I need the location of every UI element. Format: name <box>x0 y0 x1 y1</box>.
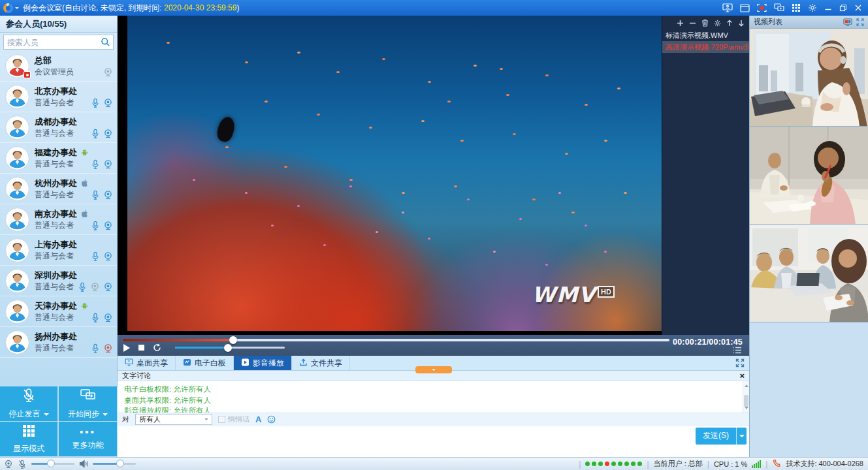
search-input[interactable] <box>4 35 101 49</box>
mic-icon[interactable] <box>91 129 100 138</box>
settings-gear-icon[interactable] <box>808 3 817 12</box>
start-sync-button[interactable]: 开始同步 <box>59 386 117 421</box>
screen-share-icon[interactable] <box>722 3 733 12</box>
webcam-icon[interactable] <box>103 313 113 322</box>
video-thumbnail-1[interactable] <box>750 29 868 127</box>
video-thumbnail-3[interactable] <box>750 225 868 322</box>
mic-muted-status-icon[interactable] <box>18 460 27 469</box>
menu-chevron-icon[interactable] <box>15 7 19 11</box>
webcam-icon[interactable] <box>103 251 113 261</box>
app-logo-icon[interactable] <box>3 3 13 13</box>
play-button[interactable] <box>123 344 130 352</box>
volume-slider[interactable] <box>175 347 285 349</box>
chat-scrollbar[interactable] <box>743 381 749 413</box>
record-icon[interactable] <box>757 3 767 12</box>
webcam-red-icon[interactable] <box>103 343 113 353</box>
video-thumbnail-2[interactable] <box>750 127 868 225</box>
dropdown-caret-icon[interactable] <box>44 413 49 418</box>
tab-file-share[interactable]: 文件共享 <box>292 356 350 370</box>
move-down-icon[interactable] <box>738 20 745 27</box>
whisper-checkbox[interactable] <box>218 416 225 423</box>
maximize-button[interactable] <box>839 4 847 12</box>
network-sync-icon[interactable] <box>774 3 784 12</box>
webcam-icon[interactable] <box>103 221 113 230</box>
video-frame[interactable]: WMV HD <box>127 16 662 331</box>
stop-button[interactable] <box>138 345 144 351</box>
participant-row[interactable]: 北京办事处普通与会者 <box>0 82 117 112</box>
expand-fullscreen-icon[interactable] <box>735 358 745 368</box>
more-features-button[interactable]: ••• 更多功能 <box>59 422 117 456</box>
participant-row[interactable]: 总部会议管理员 <box>0 51 117 82</box>
volume-thumb[interactable] <box>224 344 232 352</box>
speaker-volume-thumb[interactable] <box>116 460 124 467</box>
playlist-item-selected[interactable]: 高清演示视频-720P.wmv 删除 <box>662 41 749 53</box>
video-mode-icon[interactable] <box>843 18 852 26</box>
participant-row[interactable]: 福建办事处普通与会者 <box>0 143 117 174</box>
emoji-button[interactable] <box>267 415 276 424</box>
display-grid-icon[interactable] <box>792 3 801 12</box>
status-dot <box>611 462 616 466</box>
mic-volume-thumb[interactable] <box>47 460 55 467</box>
move-up-icon[interactable] <box>726 20 733 27</box>
speaker-icon[interactable] <box>79 460 88 468</box>
minimize-button[interactable] <box>824 4 832 12</box>
chat-close-icon[interactable]: × <box>739 372 745 380</box>
participant-row[interactable]: 成都办事处普通与会者 <box>0 112 117 143</box>
webcam-status-icon[interactable] <box>4 460 13 469</box>
collapse-handle[interactable] <box>415 366 452 373</box>
participant-row[interactable]: 南京办事处普通与会者 <box>0 204 117 235</box>
webcam-icon[interactable] <box>103 159 113 169</box>
mic-icon[interactable] <box>78 282 87 292</box>
display-mode-button[interactable]: 显示模式 <box>0 422 57 456</box>
participant-avatar <box>5 54 29 78</box>
search-icon[interactable] <box>101 37 110 49</box>
webcam-icon[interactable] <box>103 98 113 108</box>
remove-media-icon[interactable] <box>689 20 696 27</box>
mic-icon[interactable] <box>91 190 100 200</box>
stop-speaking-button[interactable]: 停止发言 <box>0 386 57 421</box>
webcam-gray-icon[interactable] <box>90 282 100 292</box>
scroll-thumb[interactable] <box>744 395 748 407</box>
layout-grid-icon <box>22 424 36 440</box>
playlist-settings-icon[interactable] <box>714 20 721 27</box>
tab-media-playback[interactable]: 影音播放 <box>234 356 292 370</box>
webcam-icon[interactable] <box>103 129 113 138</box>
scroll-up-icon[interactable] <box>745 383 748 387</box>
participant-avatar <box>5 330 29 354</box>
video-expand-icon[interactable] <box>856 18 864 26</box>
seek-bar[interactable] <box>122 339 669 341</box>
replay-button[interactable] <box>153 343 161 352</box>
chat-input-area[interactable]: 发送(S) <box>118 426 749 458</box>
participant-row[interactable]: 深圳办事处普通与会者 <box>0 266 117 296</box>
mic-icon[interactable] <box>91 98 100 108</box>
add-media-icon[interactable] <box>677 20 684 27</box>
participant-row[interactable]: 上海办事处普通与会者 <box>0 235 117 266</box>
participant-row[interactable]: 杭州办事处普通与会者 <box>0 174 117 204</box>
recipient-select[interactable]: 所有人 <box>135 414 212 425</box>
webcam-gray-icon[interactable] <box>103 67 113 77</box>
mic-icon[interactable] <box>91 251 100 261</box>
window-mode-icon[interactable] <box>740 4 750 12</box>
speaker-volume-slider[interactable] <box>93 463 136 465</box>
font-style-button[interactable]: A <box>255 415 261 424</box>
send-button[interactable]: 发送(S) <box>696 428 747 445</box>
participant-row[interactable]: 扬州办事处普通与会者 <box>0 327 117 358</box>
dropdown-caret-icon[interactable] <box>103 413 108 418</box>
close-button[interactable] <box>854 4 862 12</box>
tab-desktop-share[interactable]: 桌面共享 <box>118 356 176 370</box>
playlist-item[interactable]: 标清演示视频.WMV <box>662 29 749 41</box>
mic-icon[interactable] <box>91 221 100 230</box>
webcam-icon[interactable] <box>103 190 113 200</box>
participant-row[interactable]: 天津办事处普通与会者 <box>0 296 117 327</box>
delete-item-button[interactable]: 删除 <box>744 41 749 53</box>
tab-whiteboard[interactable]: 电子白板 <box>176 356 234 370</box>
scroll-down-icon[interactable] <box>745 407 748 411</box>
playlist-toggle-icon[interactable] <box>733 347 742 354</box>
send-options-caret[interactable] <box>736 428 747 445</box>
trash-icon[interactable] <box>701 19 709 27</box>
webcam-icon[interactable] <box>103 282 113 292</box>
mic-icon[interactable] <box>91 313 100 322</box>
mic-volume-slider[interactable] <box>31 463 74 465</box>
mic-icon[interactable] <box>91 343 100 353</box>
mic-icon[interactable] <box>91 159 100 169</box>
